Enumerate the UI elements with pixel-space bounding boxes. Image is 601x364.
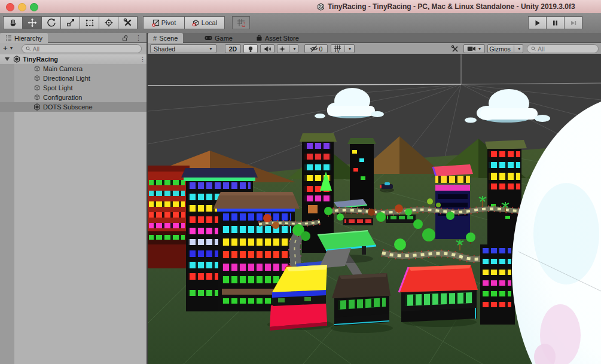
2d-label: 2D (229, 45, 237, 53)
divider (514, 45, 514, 52)
effects-sparkle-icon (279, 45, 286, 53)
rotate-tool-button[interactable] (41, 16, 61, 29)
tab-hierarchy[interactable]: Hierarchy (0, 33, 48, 43)
hierarchy-item-configuration[interactable]: Configuration (0, 93, 147, 102)
zoom-button[interactable] (30, 3, 38, 11)
editor-tools-overlay-button[interactable] (447, 44, 462, 53)
unity-scene-icon (13, 56, 20, 63)
building-tower-near-cloud (480, 244, 515, 325)
pause-icon (551, 19, 559, 27)
local-cube-icon (192, 19, 200, 27)
window-title: TinyRacing - TinyRacing - PC, Mac & Linu… (328, 2, 575, 11)
local-toggle-button[interactable]: Local (184, 16, 225, 29)
create-object-button[interactable]: + (3, 44, 8, 53)
rect-tool-button[interactable] (80, 16, 99, 29)
scene-effects-button[interactable]: ▼ (277, 44, 298, 53)
scale-tool-button[interactable] (60, 16, 80, 29)
item-label: Main Camera (43, 65, 83, 72)
rect-icon (85, 18, 94, 27)
draw-mode-dropdown[interactable]: Shaded ▼ (150, 44, 216, 53)
hierarchy-item-dots-subscene[interactable]: DOTS Subscene (0, 102, 147, 112)
grid-snap-button[interactable] (232, 16, 250, 29)
eye-slash-icon (310, 45, 318, 53)
item-label: Spot Light (43, 84, 73, 91)
hierarchy-panel: Hierarchy ⋮ + ▾ (0, 33, 147, 364)
transform-tool-button[interactable] (99, 16, 118, 29)
hierarchy-tabbar: Hierarchy ⋮ (0, 33, 147, 43)
scene-viewport-3d[interactable] (148, 54, 601, 364)
tab-asset-store[interactable]: Asset Store (251, 33, 304, 43)
cube-icon (33, 94, 41, 101)
main-toolbar: Pivot Local (0, 13, 601, 33)
scene-visibility-button[interactable]: 0 (304, 44, 328, 53)
step-button[interactable] (564, 16, 582, 29)
gamepad-icon (205, 35, 212, 41)
unity-scene-icon (33, 103, 41, 111)
hierarchy-controls: + ▾ (0, 43, 147, 54)
search-icon (26, 46, 30, 51)
unlocked-icon[interactable] (121, 35, 129, 42)
pivot-toggle-button[interactable]: Pivot (143, 16, 185, 29)
move-tool-button[interactable] (22, 16, 42, 29)
tab-scene[interactable]: # Scene (148, 33, 183, 43)
chevron-down-icon[interactable]: ▼ (348, 47, 352, 51)
foldout-expanded-icon[interactable] (5, 57, 10, 61)
gizmos-dropdown[interactable]: Gizmos ▼ (487, 44, 523, 53)
list-icon (5, 35, 12, 41)
cube-icon (33, 84, 41, 91)
hierarchy-menu-icon[interactable]: ⋮ (135, 34, 142, 42)
game-tab-label: Game (215, 35, 233, 42)
speaker-icon (264, 45, 271, 53)
hierarchy-item-spot-light[interactable]: Spot Light (0, 83, 147, 93)
hand-tool-button[interactable] (3, 16, 23, 29)
building-red-roof (399, 265, 478, 327)
pivot-icon (152, 19, 160, 27)
pivot-label: Pivot (161, 19, 176, 26)
toggle-2d-button[interactable]: 2D (225, 44, 241, 53)
chevron-down-icon[interactable]: ▼ (292, 47, 297, 51)
create-object-caret-icon[interactable]: ▾ (10, 45, 13, 51)
scene-search-input[interactable] (538, 45, 594, 53)
scene-lighting-button[interactable] (243, 44, 258, 53)
draw-mode-label: Shaded (154, 45, 207, 53)
cube-icon (33, 75, 41, 82)
wrench-screwdriver-icon (123, 18, 133, 27)
item-label: DOTS Subscene (43, 103, 93, 111)
hierarchy-search-input[interactable] (32, 45, 138, 53)
local-label: Local (202, 19, 217, 26)
hierarchy-item-main-camera[interactable]: Main Camera (0, 64, 147, 74)
wrench-screwdriver-icon (451, 45, 459, 53)
asset-store-tab-label: Asset Store (265, 35, 299, 42)
scene-audio-button[interactable] (260, 44, 274, 53)
building-red-left (148, 166, 190, 268)
tab-game[interactable]: Game (199, 33, 238, 43)
lightbulb-icon (247, 45, 254, 53)
move-icon (28, 18, 37, 27)
scene-camera-settings-button[interactable]: ▼ (463, 44, 485, 53)
scene-search[interactable] (527, 44, 599, 53)
custom-tools-button[interactable] (118, 16, 138, 29)
play-icon (533, 19, 541, 27)
close-button[interactable] (6, 3, 14, 11)
search-icon (531, 46, 536, 51)
hierarchy-item-directional-light[interactable]: Directional Light (0, 74, 147, 83)
scene-view-toolbar: Shaded ▼ 2D (148, 43, 601, 54)
divider (289, 45, 289, 52)
pause-button[interactable] (546, 16, 565, 29)
hierarchy-search[interactable] (22, 44, 142, 53)
grid-hash-icon: # (153, 35, 157, 42)
cube-icon (33, 65, 41, 72)
item-label: Directional Light (43, 75, 90, 82)
grid-axis-icon: y (334, 45, 341, 53)
transform-icon (104, 18, 114, 27)
hierarchy-tab-label: Hierarchy (14, 35, 42, 42)
titlebar[interactable]: TinyRacing - TinyRacing - PC, Mac & Linu… (0, 0, 601, 14)
chevron-down-icon[interactable]: ▼ (478, 47, 482, 51)
scene-grid-button[interactable]: y ▼ (331, 44, 355, 53)
minimize-button[interactable] (18, 3, 26, 11)
hierarchy-scene-row[interactable]: TinyRacing ⋮ (0, 54, 147, 64)
scene-menu-icon[interactable]: ⋮ (139, 56, 146, 63)
rotate-icon (47, 18, 56, 27)
play-button[interactable] (528, 16, 547, 29)
shopping-bag-icon (256, 35, 263, 41)
